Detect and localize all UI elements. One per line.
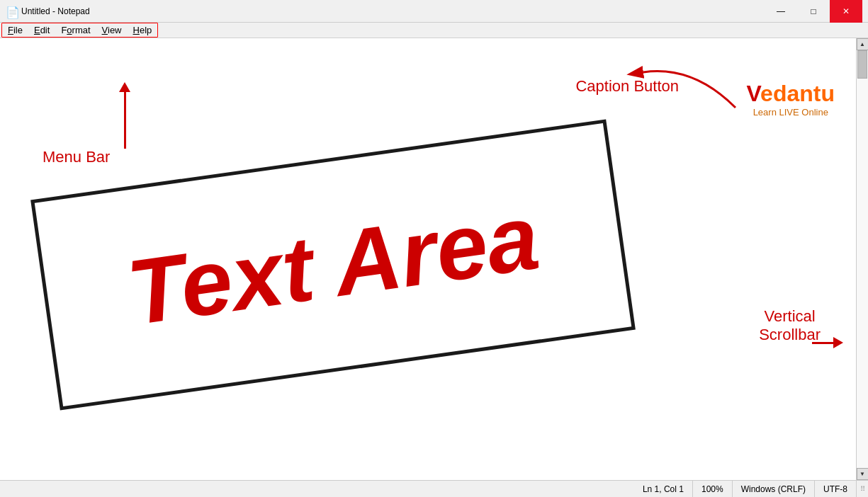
window-title: Untitled - Notepad	[21, 6, 765, 16]
vedantu-tagline: Learn LIVE Online	[747, 107, 835, 118]
menu-bar: File Edit Format View Help	[0, 23, 868, 38]
vedantu-logo: Vedantu Learn LIVE Online	[747, 81, 835, 118]
scroll-up-button[interactable]: ▲	[857, 38, 869, 50]
scrollbar-arrow	[812, 337, 843, 348]
status-position: Ln 1, Col 1	[634, 481, 693, 497]
status-bar: Ln 1, Col 1 100% Windows (CRLF) UTF-8 ⠿	[0, 480, 868, 497]
vertical-scrollbar[interactable]: ▲ ▼	[856, 38, 868, 480]
scrollbar-annotation: VerticalScrollbar	[759, 307, 821, 344]
menu-format[interactable]: Format	[55, 23, 96, 37]
menu-file[interactable]: File	[2, 23, 28, 37]
status-line-ending: Windows (CRLF)	[733, 481, 815, 497]
maximize-button[interactable]: □	[797, 0, 830, 23]
menu-bar-outline: File Edit Format View Help	[1, 23, 158, 38]
scroll-down-button[interactable]: ▼	[857, 468, 869, 480]
menu-help[interactable]: Help	[128, 23, 158, 37]
scrollbar-track[interactable]	[857, 50, 868, 468]
status-zoom: 100%	[693, 481, 733, 497]
text-area[interactable]: Text Area Menu Bar Caption Button	[0, 38, 856, 480]
menu-view[interactable]: View	[96, 23, 128, 37]
menu-bar-annotation: Menu Bar	[43, 148, 110, 166]
resize-grip: ⠿	[857, 481, 868, 498]
scrollbar-thumb[interactable]	[857, 50, 867, 79]
app-icon: 📄	[6, 6, 17, 17]
status-encoding: UTF-8	[815, 481, 857, 497]
close-button[interactable]: ✕	[830, 0, 862, 23]
vedantu-name: Vedantu	[747, 81, 835, 107]
caption-buttons: — □ ✕	[765, 0, 862, 23]
text-area-stamp: Text Area	[30, 119, 636, 410]
caption-button-annotation: Caption Button	[575, 77, 679, 96]
title-bar: 📄 Untitled - Notepad — □ ✕	[0, 0, 868, 23]
main-area: Text Area Menu Bar Caption Button	[0, 38, 868, 480]
minimize-button[interactable]: —	[765, 0, 797, 23]
menu-edit[interactable]: Edit	[28, 23, 55, 37]
text-area-label: Text Area	[121, 183, 545, 346]
menu-bar-arrow	[119, 82, 130, 149]
